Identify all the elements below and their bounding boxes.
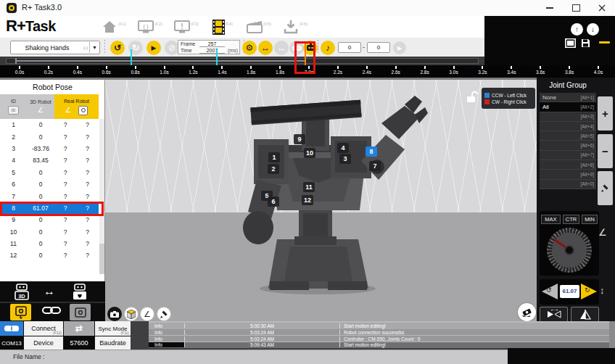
maximize-button[interactable] (563, 0, 589, 16)
download-motion-button[interactable]: ↓ (587, 23, 599, 36)
joint-label-3[interactable]: 3 (339, 154, 351, 164)
repeat-to-input[interactable]: 0 (367, 42, 390, 53)
sync-direction-button[interactable]: ↔ (44, 285, 55, 298)
max-button[interactable]: MAX (541, 215, 561, 224)
upload-motion-button[interactable]: ↑ (571, 23, 583, 36)
add-group-button[interactable]: + (598, 96, 613, 131)
cell-id: 3 (0, 145, 27, 152)
output-monitor-button[interactable]: ! (173, 19, 191, 35)
settings-button[interactable]: ⚙ (242, 41, 257, 55)
draw-button[interactable] (157, 307, 171, 321)
joint-label-1[interactable]: 1 (268, 152, 280, 162)
joint-group-row[interactable]: [Alt+8] (540, 160, 596, 170)
joint-label-9[interactable]: 9 (294, 134, 305, 144)
joint-label-6[interactable]: 6 (268, 197, 279, 207)
pose-table-row[interactable]: 20?? (0, 131, 99, 142)
vertical-adjust-icon[interactable]: ↕ (600, 285, 605, 296)
pose-scrollbar-thumb[interactable] (99, 244, 104, 274)
stop-button[interactable]: ⊘ (165, 41, 179, 55)
motion-list-button[interactable] (565, 38, 576, 51)
play-button[interactable]: ▶ (146, 41, 161, 55)
flip-pose-button[interactable] (571, 307, 599, 322)
remove-group-button[interactable]: − (598, 134, 613, 168)
swap-frames-disabled-button[interactable]: ↔ (274, 41, 289, 55)
joint-dial[interactable] (547, 228, 592, 273)
minimize-button[interactable] (537, 0, 563, 16)
connect-status-button[interactable] (0, 321, 24, 336)
joint-label-11[interactable]: 11 (303, 182, 315, 192)
frame-input[interactable]: 257 (199, 41, 225, 47)
joint-label-7[interactable]: 7 (369, 161, 381, 171)
joint-group-row[interactable]: [Alt+7] (540, 151, 596, 160)
joint-group-row[interactable]: [Alt+3] (540, 112, 596, 122)
pose-table-row[interactable]: 50?? (0, 167, 99, 178)
joint-group-row[interactable]: None[Alt+1] (540, 93, 596, 102)
pose-scrollbar[interactable] (99, 119, 104, 262)
joint-label-12[interactable]: 12 (302, 195, 313, 205)
pose-table-row[interactable]: 100?? (0, 226, 99, 238)
close-button[interactable] (589, 0, 615, 16)
mirror-pose-button[interactable] (540, 307, 568, 322)
pose-table-row[interactable]: 60?? (0, 178, 99, 190)
group-label: None (542, 94, 556, 101)
joint-group-row[interactable]: [Alt+4] (540, 122, 596, 131)
sync-mode-button[interactable]: Sync Mode (F11) (95, 321, 131, 336)
cell-3d-value: 0 (27, 121, 54, 128)
sim-robot-button[interactable]: 3D (12, 284, 32, 301)
com-port-value[interactable]: COM13 (0, 336, 24, 349)
save-button[interactable] (581, 38, 590, 51)
joint-group-row[interactable]: [Alt+6] (540, 141, 596, 150)
joint-label-8[interactable]: 8 (366, 146, 377, 157)
motion-clip-button[interactable] (245, 19, 264, 35)
log-scrollbar[interactable] (609, 321, 615, 348)
pose-table-row[interactable]: 110?? (0, 238, 99, 249)
baudrate-value[interactable]: 57600 (64, 336, 95, 349)
pose-table-row[interactable]: 10?? (0, 119, 99, 131)
view-cube-button[interactable] (124, 307, 139, 321)
swap-frames-button[interactable]: ↔ (258, 41, 273, 55)
angle-mode-icon[interactable]: ∠ (598, 227, 607, 238)
pose-table-row[interactable]: 483.45?? (0, 154, 99, 166)
joint-group-row[interactable]: All[Alt+2] (540, 102, 596, 112)
download-button[interactable] (281, 19, 300, 35)
cube-icon (127, 310, 136, 319)
torque-on-button[interactable] (10, 304, 31, 320)
pose-table-row[interactable]: 120?? (0, 249, 99, 261)
cell-3d-value: 0 (27, 169, 54, 176)
task-code-button[interactable]: { } (136, 19, 155, 35)
viewport-3d[interactable]: CCW - Left Click CW - Right Click 124356… (105, 80, 537, 323)
log-row[interactable]: Info5:09:43 AMStart motion editing! (149, 342, 615, 349)
camera-rotate-button[interactable] (518, 303, 536, 321)
lock-open-icon[interactable] (466, 91, 478, 106)
connect-button[interactable]: Connect (F12) (24, 321, 64, 336)
sync-toggle-button[interactable]: ⇄ (64, 321, 95, 336)
joint-group-row[interactable]: [Alt+0] (540, 180, 596, 189)
joint-label-10[interactable]: 10 (304, 148, 315, 158)
ctr-button[interactable]: CTR (563, 215, 579, 224)
joint-label-2[interactable]: 2 (268, 164, 279, 174)
link-button[interactable] (42, 305, 61, 315)
log-row[interactable]: Info5:03:24 AMRobot connection successfu… (149, 329, 615, 336)
joint-group-row[interactable]: [Alt+5] (540, 131, 596, 141)
music-button[interactable]: ♪ (321, 41, 335, 55)
pose-table-row[interactable]: 3-83.76?? (0, 143, 99, 154)
torque-off-button[interactable] (70, 304, 91, 320)
pose-table-row[interactable]: 70?? (0, 190, 99, 202)
time-input[interactable]: 2007 (199, 48, 225, 54)
min-button[interactable]: MIN (582, 215, 598, 224)
log-row[interactable]: Info5:00:30 AMStart motion editing! (149, 323, 615, 329)
joint-label-4[interactable]: 4 (337, 143, 349, 153)
music-play-button[interactable]: ▶ (393, 41, 406, 54)
motion-select[interactable]: Shaking Hands (-) ▼ (10, 41, 100, 54)
home-button[interactable] (100, 19, 119, 35)
angle-display-button[interactable]: ∠ (140, 307, 154, 321)
screenshot-button[interactable] (107, 307, 122, 321)
joint-group-row[interactable]: [Alt+9] (540, 170, 596, 179)
joint-value-input[interactable]: 61.07 (560, 285, 579, 298)
log-row[interactable]: Info5:03:24 AMController : CM-550, Joint… (149, 336, 615, 342)
edit-group-button[interactable] (598, 171, 613, 205)
real-robot-button[interactable] (70, 284, 90, 301)
undo-button[interactable]: ↺ (110, 41, 125, 55)
collapse-panel-button[interactable] (599, 41, 610, 44)
repeat-from-input[interactable]: 0 (338, 42, 361, 53)
